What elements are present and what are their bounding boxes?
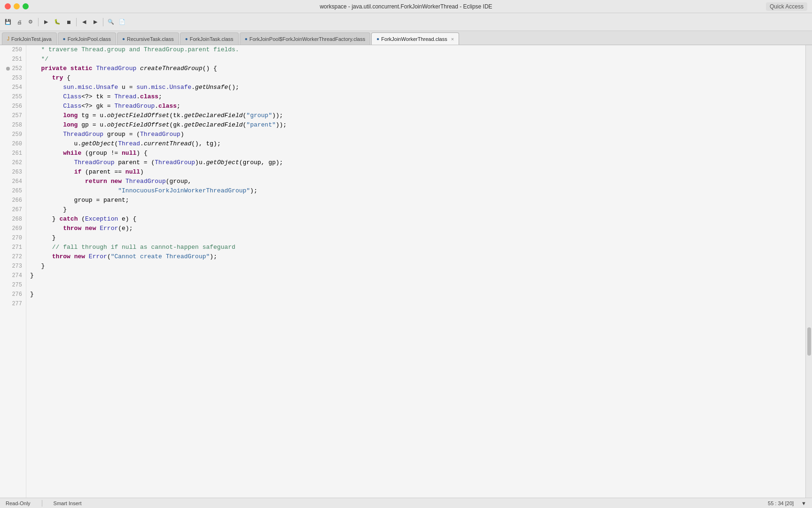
tab-forkjointest[interactable]: JForkJoinTest.java xyxy=(2,32,57,45)
save-button[interactable]: 💾 xyxy=(3,17,13,27)
line-number-text: 272 xyxy=(12,252,22,262)
line-number-text: 255 xyxy=(12,92,22,102)
token-str: "group" xyxy=(246,111,272,120)
line-num-265: 265 xyxy=(0,186,26,196)
properties-button[interactable]: ⚙ xyxy=(25,17,36,27)
maximize-button[interactable] xyxy=(23,3,29,9)
token-plain: ) xyxy=(140,167,144,177)
vertical-scrollbar[interactable] xyxy=(805,45,812,498)
run-button[interactable]: ▶ xyxy=(41,17,51,27)
token-plain: . xyxy=(136,92,140,102)
token-plain xyxy=(30,64,41,73)
back-button[interactable]: ◀ xyxy=(79,17,89,27)
forward-button[interactable]: ▶ xyxy=(90,17,101,27)
token-plain: } xyxy=(30,290,34,299)
tab-forkjoinpool[interactable]: ●ForkJoinPool.class xyxy=(58,32,116,45)
tab-forkjointest-icon: J xyxy=(7,36,9,41)
line-number-text: 276 xyxy=(12,290,22,299)
debug-button[interactable]: 🐛 xyxy=(52,17,62,27)
token-cls: sun.misc.Unsafe xyxy=(136,83,191,92)
token-kw: long xyxy=(63,120,78,130)
token-kw: try xyxy=(52,73,63,83)
code-editor[interactable]: * traverse Thread.group and ThreadGroup.… xyxy=(26,45,805,498)
quick-access-button[interactable]: Quick Access xyxy=(766,2,807,11)
token-plain: (); xyxy=(228,83,239,92)
token-plain: ); xyxy=(210,252,217,262)
token-plain xyxy=(30,73,52,83)
token-plain xyxy=(30,102,63,111)
token-plain: tg = u. xyxy=(78,111,107,120)
line-num-273: 273 xyxy=(0,262,26,271)
line-number-text: 253 xyxy=(12,73,22,83)
print-button[interactable]: 🖨 xyxy=(14,17,24,27)
stop-button[interactable]: ⏹ xyxy=(63,17,74,27)
line-num-275: 275 xyxy=(0,280,26,290)
token-plain xyxy=(85,252,89,262)
token-cls: Class xyxy=(63,92,81,102)
tab-factory-icon: ● xyxy=(245,36,248,41)
token-kw: catch xyxy=(59,214,78,224)
token-plain: . xyxy=(191,83,195,92)
token-kw: new xyxy=(85,224,96,233)
minimize-button[interactable] xyxy=(14,3,20,9)
token-plain: )); xyxy=(272,111,283,120)
token-kw: long xyxy=(63,111,78,120)
tab-recursivetask[interactable]: ●RecursiveTask.class xyxy=(117,32,179,45)
tab-worker[interactable]: ●ForkJoinWorkerThread.class× xyxy=(371,32,459,45)
token-plain: ); xyxy=(250,186,258,196)
token-plain: ( xyxy=(114,139,118,149)
status-right: 55 : 34 [20] ▼ xyxy=(768,500,806,506)
token-cmt: // fall through if null as cannot-happen… xyxy=(30,243,235,252)
code-line-263: if (parent == null) xyxy=(30,167,805,177)
token-plain: ( xyxy=(107,252,111,262)
status-position: 55 : 34 [20] xyxy=(768,500,794,506)
tab-worker-close[interactable]: × xyxy=(451,36,454,42)
code-line-261: while (group != null) { xyxy=(30,149,805,158)
line-num-271: 271 xyxy=(0,243,26,252)
line-num-264: 264 xyxy=(0,177,26,186)
line-num-257: 257 xyxy=(0,111,26,120)
line-num-270: 270 xyxy=(0,233,26,243)
code-line-252: private static ThreadGroup createThreadG… xyxy=(30,64,805,73)
token-plain xyxy=(70,252,74,262)
token-cls: Exception xyxy=(85,214,118,224)
token-plain xyxy=(107,177,111,186)
token-method: getObject xyxy=(81,139,114,149)
token-plain: )u. xyxy=(195,158,206,167)
token-cls: sun.misc.Unsafe xyxy=(63,83,118,92)
line-number-text: 258 xyxy=(12,120,22,130)
token-kw: if xyxy=(74,167,82,177)
line-number-text: 265 xyxy=(12,186,22,196)
search-button[interactable]: 🔍 xyxy=(106,17,116,27)
scroll-thumb[interactable] xyxy=(807,327,811,356)
line-number-gutter: 2502512522532542552562572582592602612622… xyxy=(0,45,26,498)
token-plain: )); xyxy=(276,120,287,130)
token-kw: class xyxy=(158,102,177,111)
token-cls: ThreadGroup xyxy=(74,158,115,167)
tab-recursivetask-label: RecursiveTask.class xyxy=(127,36,174,42)
line-num-258: 258 xyxy=(0,120,26,130)
token-kw: new xyxy=(111,177,122,186)
status-insert-mode: Smart Insert xyxy=(54,500,82,506)
close-button[interactable] xyxy=(5,3,11,9)
token-plain: (tk. xyxy=(169,111,184,120)
open-type-button[interactable]: 📄 xyxy=(117,17,127,27)
code-line-271: // fall through if null as cannot-happen… xyxy=(30,243,805,252)
line-number-text: 270 xyxy=(12,233,22,243)
tab-forkjointask[interactable]: ●ForkJoinTask.class xyxy=(180,32,239,45)
token-method: getUnsafe xyxy=(195,83,228,92)
token-plain xyxy=(30,83,63,92)
token-plain xyxy=(30,224,63,233)
token-method: objectFieldOffset xyxy=(107,120,170,130)
line-num-256: 256 xyxy=(0,102,26,111)
tab-factory[interactable]: ●ForkJoinPool$ForkJoinWorkerThreadFactor… xyxy=(240,32,371,45)
window-controls xyxy=(5,3,29,9)
token-plain: (parent == xyxy=(81,167,125,177)
line-number-text: 262 xyxy=(12,158,22,167)
token-plain: e) { xyxy=(118,214,136,224)
title-bar: workspace - java.util.concurrent.ForkJoi… xyxy=(0,0,812,13)
toolbar-separator-2 xyxy=(76,18,77,26)
line-number-text: 257 xyxy=(12,111,22,120)
line-number-text: 274 xyxy=(12,271,22,280)
line-number-text: 271 xyxy=(12,243,22,252)
